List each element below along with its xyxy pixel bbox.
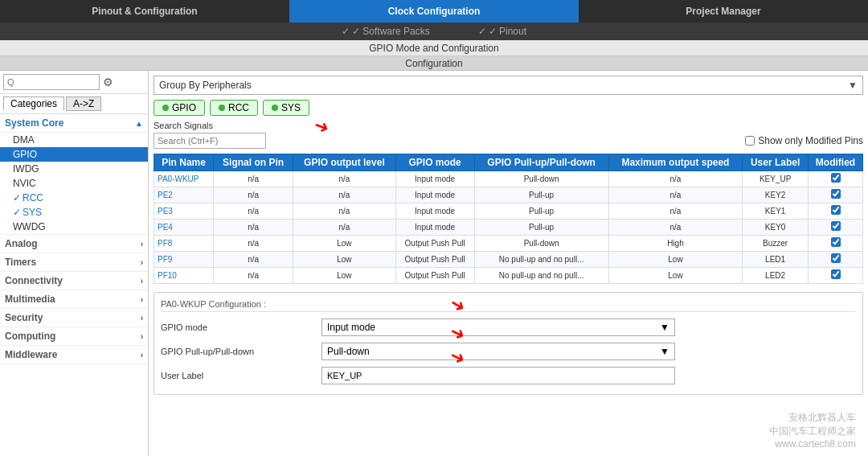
table-cell: n/a	[214, 171, 293, 187]
table-cell: PE4	[154, 220, 214, 236]
table-cell: n/a	[214, 187, 293, 203]
software-packs-nav[interactable]: ✓ ✓ Software Packs	[342, 26, 430, 37]
user-label-config-label: User Label	[161, 371, 321, 380]
sidebar-item-sys[interactable]: ✓ SYS	[0, 205, 148, 220]
show-modified-checkbox[interactable]	[745, 136, 755, 146]
table-cell: Output Push Pull	[395, 252, 474, 268]
table-cell: Low	[608, 252, 742, 268]
th-max-speed: Maximum output speed	[608, 154, 742, 171]
gpio-mode-chevron-icon: ▼	[660, 322, 669, 333]
sidebar-item-analog[interactable]: Analog ›	[0, 235, 148, 253]
table-cell: n/a	[214, 252, 293, 268]
sidebar-item-nvic[interactable]: NVIC	[0, 176, 148, 191]
sidebar-item-dma[interactable]: DMA	[0, 133, 148, 147]
table-cell: Pull-up	[474, 220, 608, 236]
gpio-pullup-chevron-icon: ▼	[660, 346, 669, 357]
table-cell: Low	[608, 268, 742, 284]
connectivity-arrow: ›	[141, 277, 143, 286]
table-cell: Input mode	[395, 171, 474, 187]
table-modified-cell[interactable]	[809, 171, 863, 187]
pinout-config-tab[interactable]: Pinout & Configuration	[0, 0, 289, 23]
sidebar-item-computing[interactable]: Computing ›	[0, 327, 148, 346]
sidebar-item-multimedia[interactable]: Multimedia ›	[0, 290, 148, 309]
table-cell: n/a	[608, 203, 742, 220]
search-signals-input[interactable]	[154, 133, 266, 149]
th-pin-name: Pin Name	[154, 154, 214, 171]
table-cell: PE2	[154, 187, 214, 203]
system-core-section[interactable]: System Core ▲	[0, 114, 148, 133]
table-cell: n/a	[214, 220, 293, 236]
table-modified-cell[interactable]	[809, 220, 863, 236]
gpio-mode-select[interactable]: Input mode ▼	[321, 318, 675, 336]
tab-categories[interactable]: Categories	[3, 97, 64, 111]
search-input[interactable]	[3, 74, 100, 90]
table-cell: n/a	[608, 187, 742, 203]
sidebar-item-timers[interactable]: Timers ›	[0, 253, 148, 272]
table-cell: No pull-up and no pull...	[474, 252, 608, 268]
sys-dot	[272, 105, 278, 111]
table-modified-cell[interactable]	[809, 203, 863, 220]
search-signals-label: Search Signals	[154, 121, 863, 130]
table-cell: Low	[293, 268, 396, 284]
sidebar-item-iwdg[interactable]: IWDG	[0, 162, 148, 176]
table-cell: n/a	[293, 203, 396, 220]
gpio-pullup-select[interactable]: Pull-down ▼	[321, 343, 675, 360]
system-core-arrow: ▲	[135, 119, 143, 128]
project-manager-tab[interactable]: Project Manager	[579, 0, 868, 23]
gpio-mode-config-label: GPIO mode	[161, 322, 321, 332]
table-cell: KEY0	[743, 220, 809, 236]
sys-tab-btn[interactable]: SYS	[263, 100, 309, 116]
gpio-dot	[162, 105, 169, 111]
rcc-dot	[219, 105, 225, 111]
multimedia-arrow: ›	[141, 295, 143, 304]
table-cell: No pull-up and no pull...	[474, 268, 608, 284]
sidebar-item-gpio[interactable]: GPIO	[0, 147, 148, 162]
analog-arrow: ›	[141, 240, 143, 249]
pins-table: Pin Name Signal on Pin GPIO output level…	[154, 154, 863, 284]
show-modified-checkbox-area: Show only Modified Pins	[745, 135, 863, 146]
table-cell: n/a	[293, 220, 396, 236]
tab-az[interactable]: A->Z	[66, 97, 101, 111]
th-pullup: GPIO Pull-up/Pull-down	[474, 154, 608, 171]
gear-icon[interactable]: ⚙	[103, 76, 113, 88]
config-label: Configuration	[0, 56, 868, 71]
sidebar-item-wwdg[interactable]: WWDG	[0, 220, 148, 235]
sidebar-item-security[interactable]: Security ›	[0, 309, 148, 327]
table-cell: Low	[293, 252, 396, 268]
table-cell: PF8	[154, 236, 214, 252]
security-arrow: ›	[141, 314, 143, 322]
config-section-title: PA0-WKUP Configuration :	[161, 299, 856, 312]
gpio-pullup-config-label: GPIO Pull-up/Pull-down	[161, 347, 321, 356]
sidebar-item-rcc[interactable]: ✓ RCC	[0, 191, 148, 205]
table-cell: Input mode	[395, 203, 474, 220]
table-modified-cell[interactable]	[809, 268, 863, 284]
table-cell: Pull-up	[474, 187, 608, 203]
rcc-tab-btn[interactable]: RCC	[210, 100, 258, 116]
table-modified-cell[interactable]	[809, 236, 863, 252]
table-cell: n/a	[608, 220, 742, 236]
gpio-tab-btn[interactable]: GPIO	[154, 100, 205, 116]
th-user-label: User Label	[743, 154, 809, 171]
table-cell: Low	[293, 236, 396, 252]
pinout-nav[interactable]: ✓ ✓ Pinout	[478, 26, 526, 37]
table-modified-cell[interactable]	[809, 252, 863, 268]
sidebar-item-connectivity[interactable]: Connectivity ›	[0, 272, 148, 290]
table-cell: High	[608, 236, 742, 252]
content-area: Group By Peripherals ▼ Group By Peripher…	[149, 71, 868, 456]
table-cell: Output Push Pull	[395, 236, 474, 252]
watermark: 安格北辉器人车 中国汽车工程师之家 www.cartech8.com	[769, 411, 856, 450]
sidebar-item-middleware[interactable]: Middleware ›	[0, 346, 148, 364]
table-cell: PE3	[154, 203, 214, 220]
table-cell: n/a	[214, 236, 293, 252]
table-cell: KEY1	[743, 203, 809, 220]
table-modified-cell[interactable]	[809, 187, 863, 203]
table-cell: Pull-down	[474, 236, 608, 252]
table-cell: n/a	[608, 171, 742, 187]
gpio-mode-bar: GPIO Mode and Configuration	[0, 40, 868, 56]
user-label-input[interactable]	[321, 367, 675, 384]
clock-config-tab[interactable]: Clock Configuration	[289, 0, 579, 23]
table-cell: n/a	[293, 187, 396, 203]
table-cell: LED1	[743, 252, 809, 268]
th-output-level: GPIO output level	[293, 154, 396, 171]
table-cell: Input mode	[395, 187, 474, 203]
